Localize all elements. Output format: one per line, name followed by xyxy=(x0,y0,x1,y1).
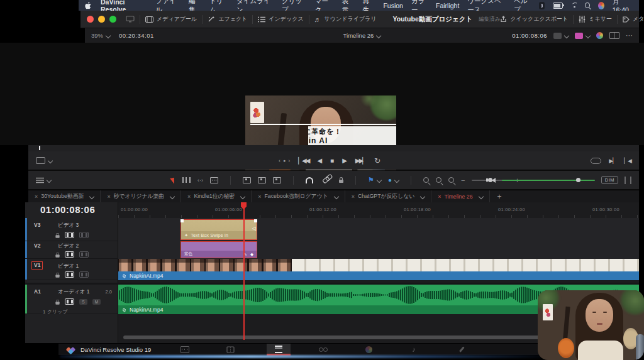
play-button[interactable]: ▶ xyxy=(342,157,347,164)
close-icon[interactable]: × xyxy=(352,194,355,200)
clip-handle-left[interactable] xyxy=(180,219,184,222)
replace-clip-button[interactable] xyxy=(273,177,281,183)
track-disable-icon[interactable] xyxy=(79,232,89,238)
playhead-line[interactable] xyxy=(243,202,245,340)
wifi-icon[interactable] xyxy=(571,3,577,8)
color-viewer-icon[interactable] xyxy=(596,32,603,39)
window-zoom-button[interactable] xyxy=(109,16,116,23)
mute-button[interactable]: M xyxy=(92,299,101,305)
quick-export-button[interactable]: クイックエクスポート xyxy=(500,15,568,23)
auto-select-icon[interactable] xyxy=(65,271,74,278)
track-id-selected[interactable]: V1 xyxy=(31,261,43,270)
match-frame-in-button[interactable]: ▏◀ xyxy=(624,158,631,164)
snapping-toggle[interactable] xyxy=(306,177,313,183)
timeline-tab[interactable]: ×Facebook強制ログアウト xyxy=(252,190,345,202)
loop-button[interactable]: ↻ xyxy=(374,156,380,165)
keyframe-icon[interactable]: ◆ xyxy=(250,252,253,257)
page-fusion-button[interactable] xyxy=(316,346,330,353)
window-minimize-button[interactable] xyxy=(98,16,105,23)
razor-tool[interactable] xyxy=(210,177,218,183)
clip-handle-right[interactable] xyxy=(254,219,257,222)
track-lock-icon[interactable] xyxy=(55,302,59,305)
first-frame-button[interactable]: ▏◀◀ xyxy=(298,157,309,164)
marker-button[interactable]: ● xyxy=(388,177,399,183)
page-deliver-button[interactable] xyxy=(455,346,469,353)
track-disable-icon[interactable] xyxy=(79,251,89,258)
volume-slider[interactable] xyxy=(502,180,595,181)
jog-control[interactable]: ‹ ● › xyxy=(279,158,290,164)
input-source-icon[interactable] xyxy=(539,2,545,9)
expand-viewer-icon[interactable] xyxy=(609,32,619,39)
match-frame-out-button[interactable]: ▶▏ xyxy=(609,158,616,164)
clean-feed-icon[interactable] xyxy=(126,16,135,23)
viewer-mode-select[interactable] xyxy=(36,157,52,164)
timeline-tab[interactable]: ×30Youtube動画新 xyxy=(28,190,101,202)
auto-select-icon[interactable] xyxy=(65,298,74,305)
mixer-button[interactable]: ミキサー xyxy=(579,15,612,23)
page-fairlight-button[interactable]: ♪ xyxy=(407,346,421,353)
zoom-custom-icon[interactable] xyxy=(448,177,454,183)
track-name[interactable]: ビデオ 1 xyxy=(58,263,79,270)
trim-edit-tool[interactable] xyxy=(182,177,191,183)
track-header-v1[interactable]: V1 ビデオ 1 xyxy=(25,259,118,280)
insert-clip-button[interactable] xyxy=(243,177,251,183)
flag-button[interactable]: ⚑ xyxy=(368,176,381,184)
viewer-proxy-select[interactable] xyxy=(575,33,590,39)
clip-fusion-overlay[interactable]: 紫色 ∿ ◆ xyxy=(180,241,257,258)
solo-button[interactable]: S xyxy=(79,299,87,305)
track-disable-icon[interactable] xyxy=(79,271,89,278)
auto-select-icon[interactable] xyxy=(65,251,74,258)
media-pool-button[interactable]: メディアプール xyxy=(145,15,197,23)
track-name[interactable]: ビデオ 2 xyxy=(58,243,79,250)
selection-tool[interactable] xyxy=(170,176,177,183)
timeline-view-options[interactable] xyxy=(36,177,51,183)
sound-library-button[interactable]: ♬ サウンドライブラリ xyxy=(314,15,377,23)
zoom-detail-icon[interactable] xyxy=(436,177,441,183)
track-name[interactable]: オーディオ 1 xyxy=(58,288,89,296)
timeline-select[interactable]: Timeline 26 xyxy=(343,32,381,39)
effects-button[interactable]: エフェクト xyxy=(208,15,247,23)
volume-slider-knob[interactable] xyxy=(576,178,580,182)
apple-menu-icon[interactable] xyxy=(85,2,92,9)
menu-fairlight[interactable]: Fairlight xyxy=(436,2,459,9)
menu-fusion[interactable]: Fusion xyxy=(383,2,403,9)
stop-button[interactable]: ■ xyxy=(330,157,334,164)
scrub-playhead[interactable] xyxy=(39,146,40,150)
dynamic-trim-tool[interactable]: ‹·› xyxy=(197,177,203,183)
overwrite-clip-button[interactable] xyxy=(258,177,266,183)
menu-extra-icon[interactable] xyxy=(598,2,604,9)
track-name[interactable]: ビデオ 3 xyxy=(58,222,79,229)
track-header-a1[interactable]: A1 オーディオ 1 2.0 S M 1 クリップ xyxy=(25,283,118,314)
page-color-button[interactable] xyxy=(362,346,375,353)
timeline-ruler[interactable]: 01:00:00:00 01:00:06:00 01:00:12:00 01:0… xyxy=(118,202,639,219)
speaker-icon[interactable] xyxy=(492,178,496,183)
metadata-button[interactable]: メタデータ xyxy=(623,15,644,23)
clip-text-box-swipe-in[interactable]: ✦ Text Box Swipe In ◁ xyxy=(180,219,257,240)
close-icon[interactable]: × xyxy=(35,194,38,200)
play-reverse-button[interactable]: ◀ xyxy=(317,157,322,164)
viewer-zoom-select[interactable]: 39% xyxy=(91,32,110,39)
track-id[interactable]: V3 xyxy=(34,222,40,228)
close-icon[interactable]: × xyxy=(258,194,261,200)
viewer-options-icon[interactable]: ⋯ xyxy=(626,31,633,40)
spotlight-icon[interactable] xyxy=(585,3,590,8)
clip-fade-handle-icon[interactable]: ◁ xyxy=(252,226,256,231)
close-icon[interactable]: × xyxy=(187,194,191,200)
audio-meters-icon[interactable] xyxy=(625,177,631,184)
viewer-gang-select[interactable] xyxy=(553,33,569,39)
page-media-button[interactable] xyxy=(178,346,192,353)
page-cut-button[interactable] xyxy=(223,346,237,353)
track-lock-icon[interactable] xyxy=(55,254,59,258)
close-icon[interactable]: × xyxy=(438,194,441,200)
timeline-tab-active[interactable]: ×Timeline 26 xyxy=(431,190,489,202)
window-close-button[interactable] xyxy=(87,16,94,23)
close-icon[interactable]: × xyxy=(107,194,110,200)
new-timeline-tab-button[interactable]: + xyxy=(490,190,509,202)
track-header-v2[interactable]: V2 ビデオ 2 xyxy=(25,241,118,259)
position-lock-toggle[interactable] xyxy=(339,180,343,183)
auto-select-icon[interactable] xyxy=(65,232,74,238)
track-id[interactable]: V2 xyxy=(34,243,40,249)
loop-range-icon[interactable] xyxy=(591,158,601,164)
zoom-full-extent-icon[interactable] xyxy=(423,177,429,183)
track-header-v3[interactable]: V3 ビデオ 3 xyxy=(25,218,118,241)
